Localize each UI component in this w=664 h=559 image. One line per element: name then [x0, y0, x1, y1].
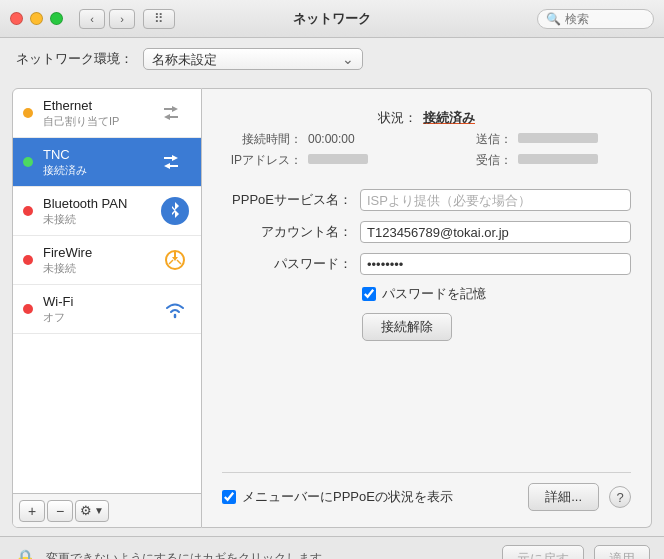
remove-button[interactable]: −: [47, 500, 73, 522]
env-bar: ネットワーク環境： 名称未設定 ⌄: [0, 38, 664, 80]
wifi-icon: [159, 293, 191, 325]
recv-value: [518, 153, 598, 167]
send-row: 送信：: [432, 131, 632, 148]
sidebar-item-ethernet[interactable]: Ethernet 自己割り当てIP: [13, 89, 201, 138]
sidebar-item-name-bluetooth-pan: Bluetooth PAN: [43, 196, 149, 211]
password-row: パスワード：: [222, 253, 631, 275]
disconnect-button[interactable]: 接続解除: [362, 313, 452, 341]
recv-row: 受信：: [432, 152, 632, 169]
nav-buttons: ‹ ›: [79, 9, 135, 29]
status-area: 状況： 接続済み 接続時間： 00:00:00 IPアドレス：: [222, 109, 631, 173]
env-select-wrap[interactable]: 名称未設定 ⌄: [143, 48, 363, 70]
recv-label: 受信：: [432, 152, 512, 169]
sidebar-toolbar: + − ⚙ ▼: [13, 493, 201, 527]
close-button[interactable]: [10, 12, 23, 25]
pppoe-input[interactable]: [360, 189, 631, 211]
sidebar-item-name-tnc: TNC: [43, 147, 149, 162]
svg-line-8: [177, 260, 181, 264]
sidebar-item-sub-ethernet: 自己割り当てIP: [43, 114, 149, 129]
sidebar: Ethernet 自己割り当てIP TNC 接続済み: [12, 88, 202, 528]
status-dot-bluetooth-pan: [23, 206, 33, 216]
svg-marker-1: [164, 114, 170, 120]
revert-button[interactable]: 元に戻す: [502, 545, 584, 560]
panel-bottom: メニューバーにPPPoEの状況を表示 詳細... ?: [222, 472, 631, 511]
minimize-button[interactable]: [30, 12, 43, 25]
forward-button[interactable]: ›: [109, 9, 135, 29]
footer: 🔒 変更できないようにするにはカギをクリックします。 元に戻す 適用: [0, 536, 664, 559]
save-password-label: パスワードを記憶: [382, 285, 486, 303]
gear-button[interactable]: ⚙ ▼: [75, 500, 109, 522]
grid-icon: ⠿: [154, 11, 164, 26]
grid-button[interactable]: ⠿: [143, 9, 175, 29]
info-grid: 接続時間： 00:00:00 IPアドレス： 送信：: [222, 131, 631, 173]
arrows-icon-tnc: [159, 146, 191, 178]
menu-pppoe-checkbox[interactable]: [222, 490, 236, 504]
ip-row: IPアドレス：: [222, 152, 422, 169]
env-label: ネットワーク環境：: [16, 50, 133, 68]
svg-marker-3: [164, 163, 170, 169]
help-button[interactable]: ?: [609, 486, 631, 508]
connection-time-value: 00:00:00: [308, 132, 355, 146]
save-password-row: パスワードを記憶: [362, 285, 631, 303]
status-dot-wifi: [23, 304, 33, 314]
bluetooth-icon: [159, 195, 191, 227]
account-label: アカウント名：: [222, 223, 352, 241]
form-area: PPPoEサービス名： アカウント名： パスワード： パスワードを記憶 接続解除: [222, 189, 631, 472]
status-dot-firewire: [23, 255, 33, 265]
status-dot-ethernet: [23, 108, 33, 118]
sidebar-item-sub-bluetooth-pan: 未接続: [43, 212, 149, 227]
window-title: ネットワーク: [293, 10, 371, 28]
ip-label: IPアドレス：: [222, 152, 302, 169]
apply-button[interactable]: 適用: [594, 545, 650, 560]
ip-dots: [308, 154, 368, 164]
sidebar-item-wifi[interactable]: Wi-Fi オフ: [13, 285, 201, 334]
footer-text: 変更できないようにするにはカギをクリックします。: [46, 550, 492, 559]
main-content: Ethernet 自己割り当てIP TNC 接続済み: [12, 88, 652, 528]
sidebar-item-name-wifi: Wi-Fi: [43, 294, 149, 309]
svg-line-7: [169, 260, 173, 264]
titlebar: ‹ › ⠿ ネットワーク 🔍: [0, 0, 664, 38]
back-button[interactable]: ‹: [79, 9, 105, 29]
sidebar-item-sub-tnc: 接続済み: [43, 163, 149, 178]
account-input[interactable]: [360, 221, 631, 243]
sidebar-item-tnc[interactable]: TNC 接続済み: [13, 138, 201, 187]
status-value: 接続済み: [423, 109, 475, 127]
menu-pppoe-label: メニューバーにPPPoEの状況を表示: [242, 488, 453, 506]
maximize-button[interactable]: [50, 12, 63, 25]
connection-time-row: 接続時間： 00:00:00: [222, 131, 422, 148]
arrows-icon-ethernet: [159, 97, 191, 129]
lock-icon[interactable]: 🔒: [14, 548, 36, 560]
send-value: [518, 132, 598, 146]
sidebar-item-firewire[interactable]: FireWire 未接続: [13, 236, 201, 285]
password-input[interactable]: [360, 253, 631, 275]
env-select[interactable]: 名称未設定: [152, 52, 338, 67]
search-bar[interactable]: 🔍: [537, 9, 654, 29]
search-icon: 🔍: [546, 12, 561, 26]
sidebar-items: Ethernet 自己割り当てIP TNC 接続済み: [13, 89, 201, 493]
ip-value: [308, 153, 368, 167]
account-row: アカウント名：: [222, 221, 631, 243]
detail-button[interactable]: 詳細...: [528, 483, 599, 511]
connection-time-label: 接続時間：: [222, 131, 302, 148]
firewire-icon: [159, 244, 191, 276]
status-line: 状況： 接続済み: [378, 109, 475, 127]
window-controls: [10, 12, 63, 25]
menu-check-row: メニューバーにPPPoEの状況を表示: [222, 488, 453, 506]
save-password-checkbox[interactable]: [362, 287, 376, 301]
send-label: 送信：: [432, 131, 512, 148]
chevron-down-icon: ▼: [94, 505, 104, 516]
right-panel: 状況： 接続済み 接続時間： 00:00:00 IPアドレス：: [202, 88, 652, 528]
status-dot-tnc: [23, 157, 33, 167]
sidebar-item-sub-firewire: 未接続: [43, 261, 149, 276]
sidebar-item-name-firewire: FireWire: [43, 245, 149, 260]
pppoe-label: PPPoEサービス名：: [222, 191, 352, 209]
sidebar-item-name-ethernet: Ethernet: [43, 98, 149, 113]
status-label: 状況：: [378, 109, 417, 127]
svg-marker-2: [172, 155, 178, 161]
search-input[interactable]: [565, 12, 645, 26]
password-label: パスワード：: [222, 255, 352, 273]
sidebar-item-sub-wifi: オフ: [43, 310, 149, 325]
add-button[interactable]: +: [19, 500, 45, 522]
sidebar-item-bluetooth-pan[interactable]: Bluetooth PAN 未接続: [13, 187, 201, 236]
chevron-down-icon: ⌄: [342, 51, 354, 67]
